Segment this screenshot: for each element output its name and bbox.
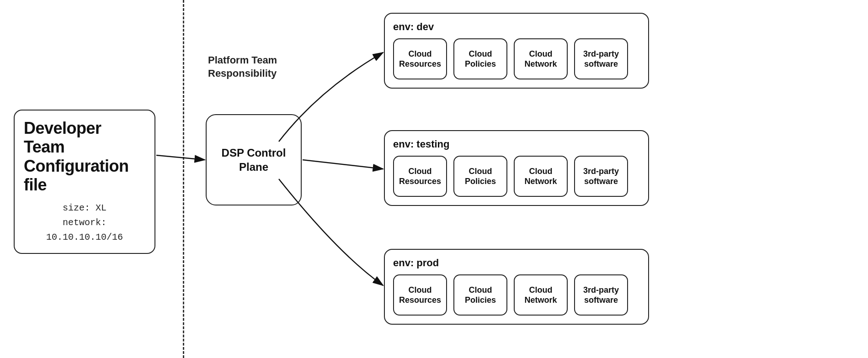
env-testing-cloud-resources: CloudResources xyxy=(393,156,447,197)
env-testing-items: CloudResources CloudPolicies CloudNetwor… xyxy=(393,156,640,197)
env-testing-cloud-network: CloudNetwork xyxy=(514,156,568,197)
env-testing-3rd-party-software: 3rd-partysoftware xyxy=(574,156,628,197)
env-prod-cloud-resources: CloudResources xyxy=(393,274,447,316)
env-prod-label: env: prod xyxy=(393,257,640,269)
arrow-dsp-to-testing xyxy=(303,160,383,169)
vertical-divider xyxy=(183,0,184,358)
env-prod-3rd-party-software: 3rd-partysoftware xyxy=(574,274,628,316)
env-testing-container: env: testing CloudResources CloudPolicie… xyxy=(384,130,649,206)
env-dev-cloud-resources: CloudResources xyxy=(393,38,447,79)
size-label: size: XL xyxy=(63,203,107,213)
env-testing-label: env: testing xyxy=(393,138,640,150)
main-canvas: Developer TeamConfiguration file size: X… xyxy=(0,0,868,358)
dev-config-box: Developer TeamConfiguration file size: X… xyxy=(14,110,155,254)
network-label: network: 10.10.10.10/16 xyxy=(46,217,123,242)
env-prod-container: env: prod CloudResources CloudPolicies C… xyxy=(384,249,649,325)
env-testing-cloud-policies: CloudPolicies xyxy=(453,156,507,197)
env-dev-items: CloudResources CloudPolicies CloudNetwor… xyxy=(393,38,640,79)
dsp-label: DSP ControlPlane xyxy=(222,146,286,174)
env-dev-label: env: dev xyxy=(393,21,640,33)
env-prod-cloud-network: CloudNetwork xyxy=(514,274,568,316)
env-dev-3rd-party-software: 3rd-partysoftware xyxy=(574,38,628,79)
env-dev-cloud-network: CloudNetwork xyxy=(514,38,568,79)
platform-team-label: Platform TeamResponsibility xyxy=(208,54,277,80)
env-prod-cloud-policies: CloudPolicies xyxy=(453,274,507,316)
env-prod-items: CloudResources CloudPolicies CloudNetwor… xyxy=(393,274,640,316)
arrow-config-to-dsp xyxy=(156,155,205,160)
dsp-control-plane-box: DSP ControlPlane xyxy=(206,114,302,205)
env-dev-container: env: dev CloudResources CloudPolicies Cl… xyxy=(384,13,649,89)
dev-config-title: Developer TeamConfiguration file xyxy=(24,119,145,195)
dev-config-detail: size: XL network: 10.10.10.10/16 xyxy=(24,201,145,245)
env-dev-cloud-policies: CloudPolicies xyxy=(453,38,507,79)
